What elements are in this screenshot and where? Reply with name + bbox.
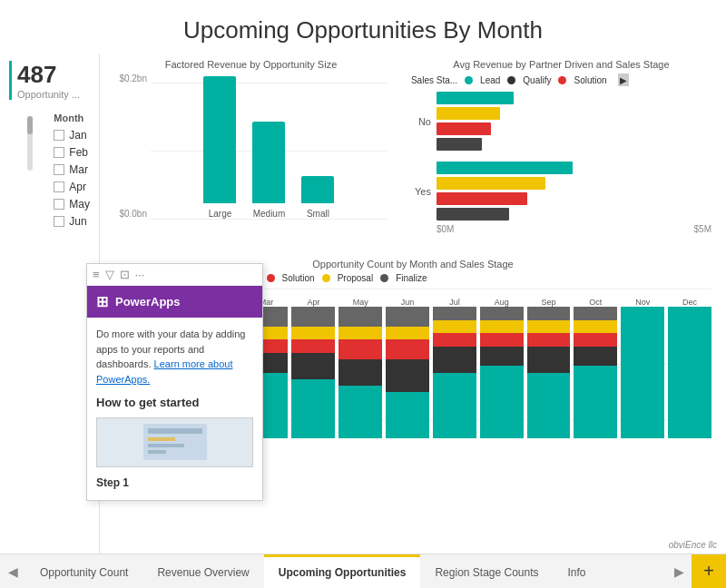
stat-label: Opportunity ...	[17, 89, 90, 100]
factored-revenue-title: Factored Revenue by Opportunity Size	[114, 59, 388, 70]
page-title: Upcoming Opportunities By Month	[0, 0, 726, 54]
nav-prev[interactable]: ◀	[0, 554, 25, 589]
tab-info[interactable]: Info	[554, 554, 601, 588]
nav-next[interactable]: ▶	[666, 554, 692, 589]
stacked-segment	[574, 347, 617, 367]
svg-rect-2	[148, 437, 175, 441]
avg-revenue-title: Avg Revenue by Partner Driven and Sales …	[411, 59, 711, 70]
stacked-segment	[386, 392, 429, 438]
horiz-xaxis: $0M $5M	[411, 224, 711, 234]
popup-how-to: How to get started	[96, 394, 253, 412]
opp-legend-proposal	[322, 274, 330, 282]
stacked-segment	[480, 307, 524, 320]
yes-solution-bar	[437, 192, 527, 205]
popup-body: Do more with your data by adding apps to…	[87, 318, 262, 500]
tab-opportunity-count[interactable]: Opportunity Count	[25, 554, 142, 588]
powerapps-title: PowerApps	[115, 295, 181, 309]
stat-block: 487 Opportunity ...	[9, 61, 90, 100]
checkbox-may[interactable]	[54, 199, 64, 210]
stacked-col-dec: Dec	[668, 295, 711, 438]
filter-label: Month	[54, 113, 90, 123]
no-stage-bar	[437, 138, 482, 151]
bar-medium: Medium	[252, 122, 285, 219]
stacked-segment	[574, 366, 617, 438]
bar-medium-rect	[252, 122, 285, 203]
stacked-segment	[338, 339, 382, 359]
stacked-segment	[480, 366, 524, 438]
filter-item-jan: Jan	[54, 129, 90, 142]
horiz-bars-yes	[437, 162, 711, 220]
checkbox-mar[interactable]	[54, 164, 64, 175]
stacked-segment	[291, 339, 335, 353]
checkbox-jan[interactable]	[54, 130, 64, 141]
stacked-col-aug: Aug	[480, 295, 524, 438]
stacked-segment	[291, 379, 335, 438]
stacked-segment	[386, 307, 429, 327]
checkbox-jun[interactable]	[54, 216, 64, 227]
tab-revenue-overview[interactable]: Revenue Overview	[142, 554, 263, 588]
stacked-segment	[386, 327, 429, 340]
stacked-segment	[291, 353, 335, 379]
opp-legend-finalize	[380, 274, 388, 282]
popup-filter-icon[interactable]: ▽	[105, 268, 114, 281]
checkbox-feb[interactable]	[54, 147, 64, 158]
step-image-svg	[139, 419, 211, 465]
popup-more-icon[interactable]: ···	[135, 268, 145, 281]
legend-dot-qualify	[507, 76, 515, 84]
factored-revenue-chart: Factored Revenue by Opportunity Size $0.…	[107, 54, 395, 253]
powerapps-icon: ⊞	[96, 293, 108, 310]
stacked-segment	[433, 373, 476, 439]
bar-small: Small	[301, 176, 334, 219]
stat-number: 487	[17, 61, 90, 89]
add-tab-button[interactable]: +	[692, 554, 726, 589]
stacked-segment	[386, 359, 429, 392]
powerapps-popup: ≡ ▽ ⊡ ··· ⊞ PowerApps Do more with your …	[86, 263, 263, 501]
stacked-segment	[433, 307, 476, 320]
tab-upcoming-opportunities[interactable]: Upcoming Opportunities	[264, 554, 421, 588]
bar-large: Large	[203, 76, 236, 219]
popup-image	[96, 417, 253, 467]
horiz-bars-no	[437, 92, 711, 151]
svg-rect-1	[148, 428, 202, 434]
legend-dot-solution	[558, 76, 566, 84]
popup-menu-icon[interactable]: ≡	[93, 268, 100, 281]
popup-expand-icon[interactable]: ⊡	[120, 268, 130, 281]
filter-item-mar: Mar	[54, 163, 90, 176]
stacked-segment	[433, 333, 476, 347]
stacked-segment	[668, 307, 711, 438]
stacked-segment	[527, 320, 571, 334]
stacked-segment	[338, 327, 382, 340]
filter-item-may: May	[54, 198, 90, 211]
sidebar: 487 Opportunity ... Month Jan Feb Mar Ap…	[0, 54, 100, 554]
avg-revenue-legend: Sales Sta... Lead Qualify Solution ▶	[411, 74, 711, 86]
no-lead-bar	[437, 92, 514, 104]
yes-qualify-bar	[437, 177, 545, 190]
tab-region-stage-counts[interactable]: Region Stage Counts	[420, 554, 553, 588]
popup-header: ⊞ PowerApps	[87, 286, 262, 318]
yes-lead-bar	[437, 162, 573, 174]
stacked-segment	[433, 347, 476, 373]
bar-small-rect	[301, 176, 334, 203]
svg-rect-4	[148, 450, 166, 454]
stacked-segment	[527, 307, 571, 320]
legend-scroll[interactable]: ▶	[618, 74, 629, 86]
stacked-col-may: May	[338, 295, 382, 438]
bottom-nav: ◀ Opportunity Count Revenue Overview Upc…	[0, 554, 726, 588]
stacked-col-nov: Nov	[621, 295, 664, 438]
stacked-segment	[338, 307, 382, 327]
stacked-segment	[338, 359, 382, 386]
stacked-segment	[480, 333, 524, 347]
stacked-col-jun: Jun	[386, 295, 429, 438]
stacked-segment	[527, 347, 571, 373]
bar-large-rect	[203, 76, 236, 203]
filter-item-apr: Apr	[54, 181, 90, 193]
stacked-segment	[574, 307, 617, 320]
stacked-col-jul: Jul	[433, 295, 476, 438]
branding: obviEnce llc	[669, 540, 717, 550]
horiz-row-no: No	[411, 92, 711, 151]
stacked-col-oct: Oct	[574, 295, 617, 438]
scrollbar-track[interactable]	[27, 116, 33, 171]
checkbox-apr[interactable]	[54, 181, 64, 192]
main-container: Upcoming Opportunities By Month 487 Oppo…	[0, 0, 726, 588]
bar-chart-area: Large Medium Small	[114, 74, 388, 219]
